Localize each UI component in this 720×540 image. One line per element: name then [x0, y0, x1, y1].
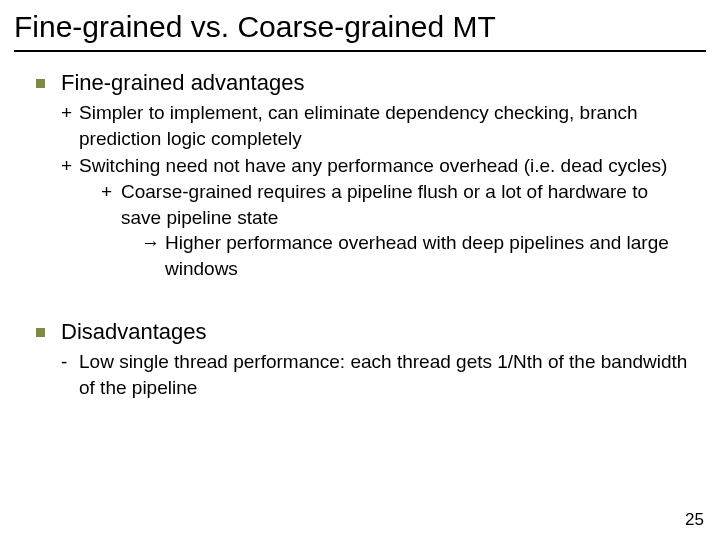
section-advantages-header: Fine-grained advantages	[36, 70, 692, 96]
arrow-right-icon: →	[141, 230, 165, 281]
slide-body: Fine-grained advantages + Simpler to imp…	[0, 52, 720, 401]
list-item: + Switching need not have any performanc…	[61, 153, 692, 285]
spacer	[36, 287, 692, 319]
disadvantages-list: - Low single thread performance: each th…	[36, 349, 692, 400]
item-text: Switching need not have any performance …	[79, 153, 692, 285]
list-item: - Low single thread performance: each th…	[61, 349, 692, 400]
item-text: Coarse-grained requires a pipeline flush…	[121, 179, 692, 284]
list-item: + Simpler to implement, can eliminate de…	[61, 100, 692, 151]
sub-sub-list: → Higher performance overhead with deep …	[121, 230, 692, 281]
slide-title: Fine-grained vs. Coarse-grained MT	[0, 0, 720, 50]
section-label: Fine-grained advantages	[61, 70, 304, 96]
slide: Fine-grained vs. Coarse-grained MT Fine-…	[0, 0, 720, 540]
item-text-inner: Coarse-grained requires a pipeline flush…	[121, 181, 648, 228]
section-label: Disadvantages	[61, 319, 207, 345]
page-number: 25	[685, 510, 704, 530]
plus-icon: +	[61, 153, 79, 285]
list-item: → Higher performance overhead with deep …	[141, 230, 692, 281]
plus-icon: +	[61, 100, 79, 151]
square-bullet-icon	[36, 79, 45, 88]
square-bullet-icon	[36, 328, 45, 337]
sub-list: + Coarse-grained requires a pipeline flu…	[79, 179, 692, 284]
item-text-inner: Switching need not have any performance …	[79, 155, 667, 176]
advantages-list: + Simpler to implement, can eliminate de…	[36, 100, 692, 285]
item-text: Higher performance overhead with deep pi…	[165, 230, 692, 281]
minus-icon: -	[61, 349, 79, 400]
item-text: Simpler to implement, can eliminate depe…	[79, 100, 692, 151]
list-item: + Coarse-grained requires a pipeline flu…	[101, 179, 692, 284]
section-disadvantages-header: Disadvantages	[36, 319, 692, 345]
plus-icon: +	[101, 179, 121, 284]
item-text: Low single thread performance: each thre…	[79, 349, 692, 400]
